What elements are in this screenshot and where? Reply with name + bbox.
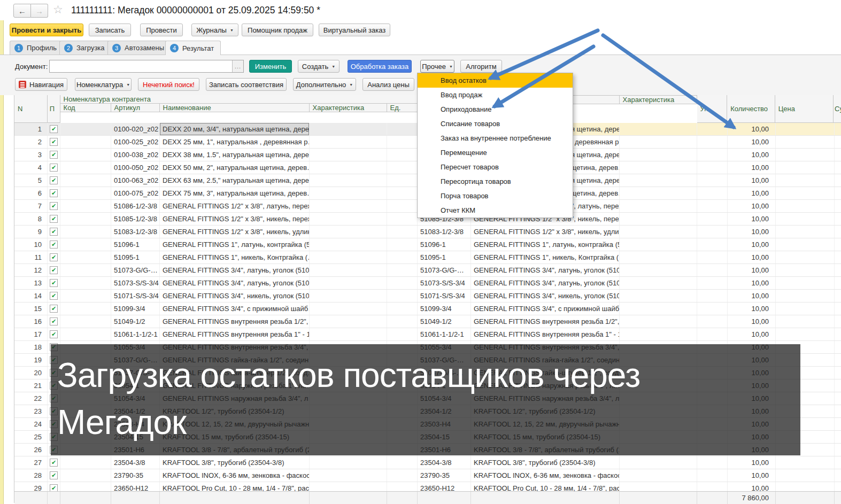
row-checkbox[interactable]: ✔: [48, 149, 60, 161]
cell-quantity[interactable]: 10,00: [728, 456, 776, 469]
cell-characteristic[interactable]: [310, 264, 387, 276]
table-row[interactable]: 11 ✔ 51095-1 GENERAL FITTINGS 1", никель…: [14, 251, 841, 264]
cell-characteristic-right[interactable]: [620, 290, 697, 302]
cell-code[interactable]: [60, 315, 111, 328]
cell-characteristic[interactable]: [310, 123, 387, 135]
cell-articul[interactable]: 51085-1/2-3/8: [111, 213, 160, 225]
cell-characteristic[interactable]: [310, 238, 387, 251]
cell-sum[interactable]: [835, 328, 841, 340]
cell-quantity[interactable]: 10,00: [728, 482, 776, 491]
cell-sum[interactable]: [835, 149, 841, 161]
cell-characteristic-right[interactable]: [620, 328, 697, 340]
cell-unit[interactable]: [387, 161, 418, 174]
cell-articul[interactable]: 51049-1/2: [111, 315, 160, 328]
cell-code[interactable]: [60, 187, 111, 199]
cell-name-right[interactable]: GENERAL FITTINGS 3/4", латунь, уголок (5…: [471, 277, 620, 289]
cell-pack[interactable]: [697, 482, 728, 491]
cell-quantity[interactable]: 10,00: [728, 264, 776, 276]
row-checkbox[interactable]: ✔: [48, 174, 60, 187]
cell-price[interactable]: [776, 303, 835, 315]
cell-name-right[interactable]: GENERAL FITTINGS внутренняя резьба 1/2",…: [471, 315, 620, 328]
cell-articul[interactable]: 0100-025_z02: [111, 136, 160, 148]
fuzzy-search-button[interactable]: Нечеткий поиск!: [138, 78, 199, 91]
cell-name[interactable]: DEXX 75 мм, 3", натуральная щетина, дере…: [160, 187, 310, 199]
cell-characteristic[interactable]: [310, 328, 387, 340]
cell-characteristic-right[interactable]: [620, 238, 697, 251]
cell-code[interactable]: [60, 251, 111, 263]
cell-characteristic-right[interactable]: [620, 226, 697, 238]
algorithm-button[interactable]: Алгоритм: [460, 60, 502, 73]
cell-articul[interactable]: 51061-1-1/2-1: [111, 328, 160, 340]
create-menu-button[interactable]: Создать ▼: [298, 60, 340, 73]
cell-price[interactable]: [776, 174, 835, 187]
cell-unit[interactable]: [387, 136, 418, 148]
cell-code-right[interactable]: 51096-1: [418, 238, 471, 251]
cell-sum[interactable]: [835, 303, 841, 315]
cell-price[interactable]: [776, 187, 835, 199]
cell-characteristic[interactable]: [310, 456, 387, 469]
table-row[interactable]: 17 ✔ 51061-1-1/2-1 GENERAL FITTINGS внут…: [14, 328, 841, 341]
cell-sum[interactable]: [835, 123, 841, 135]
cell-sum[interactable]: [835, 405, 841, 417]
cell-code-right[interactable]: 51061-1-1/2-1: [418, 328, 471, 340]
cell-name[interactable]: DEXX 38 мм, 1.5", натуральная щетина, де…: [160, 149, 310, 161]
cell-name[interactable]: GENERAL FITTINGS 1/2" x 3/8", латунь, пе…: [160, 200, 310, 212]
cell-quantity[interactable]: 10,00: [728, 469, 776, 482]
cell-sum[interactable]: [835, 315, 841, 328]
cell-sum[interactable]: [835, 226, 841, 238]
cell-unit[interactable]: [387, 328, 418, 340]
cell-characteristic-right[interactable]: [620, 469, 697, 482]
tab-autoreplace[interactable]: 3 Автозамены: [107, 41, 171, 55]
cell-code[interactable]: [60, 226, 111, 238]
cell-articul[interactable]: 23790-35: [111, 469, 160, 482]
cell-articul[interactable]: 23650-H12: [111, 482, 160, 491]
cell-name-right[interactable]: GENERAL FITTINGS 1", никель, Контргайка …: [471, 251, 620, 263]
cell-code[interactable]: [60, 469, 111, 482]
cell-code-right[interactable]: 51073-S/S-3/4: [418, 277, 471, 289]
cell-articul[interactable]: 51086-1/2-3/8: [111, 200, 160, 212]
cell-code[interactable]: [60, 123, 111, 135]
cell-pack[interactable]: [697, 251, 728, 263]
cell-quantity[interactable]: 10,00: [728, 123, 776, 135]
cell-name-right[interactable]: KRAFTOOL Pro Cut, 10 - 28 мм, 1/4 - 7/8"…: [471, 482, 620, 491]
cell-pack[interactable]: [697, 290, 728, 302]
cell-quantity[interactable]: 10,00: [728, 251, 776, 263]
menu-item[interactable]: Отчет ККМ: [418, 203, 573, 218]
column-header-n[interactable]: N: [14, 95, 48, 123]
cell-price[interactable]: [776, 238, 835, 251]
cell-sum[interactable]: [835, 341, 841, 353]
cell-unit[interactable]: [387, 174, 418, 187]
cell-characteristic-right[interactable]: [620, 200, 697, 212]
cell-pack[interactable]: [697, 264, 728, 276]
tab-profile[interactable]: 1 Профиль: [10, 41, 64, 55]
row-checkbox[interactable]: ✔: [48, 123, 60, 135]
cell-price[interactable]: [776, 149, 835, 161]
cell-sum[interactable]: [835, 431, 841, 443]
edit-button[interactable]: Изменить: [249, 60, 292, 73]
cell-pack[interactable]: [697, 213, 728, 225]
cell-code[interactable]: [60, 328, 111, 340]
row-checkbox[interactable]: ✔: [48, 213, 60, 225]
column-header-code[interactable]: Код: [60, 104, 111, 112]
cell-code[interactable]: [60, 456, 111, 469]
cell-sum[interactable]: [835, 213, 841, 225]
save-matches-button[interactable]: Записать соответствия: [206, 78, 287, 91]
column-header-characteristic2[interactable]: Характеристика: [620, 96, 697, 104]
menu-item[interactable]: Пересчет товаров: [418, 160, 573, 174]
choose-document-button[interactable]: ...: [232, 60, 243, 72]
cell-name-right[interactable]: GENERAL FITTINGS 1/2" x 3/8", никель, уд…: [471, 226, 620, 238]
cell-name[interactable]: GENERAL FITTINGS 1", латунь, контргайка …: [160, 238, 310, 251]
table-row[interactable]: 12 ✔ 51073-G/G-… GENERAL FITTINGS 3/4", …: [14, 264, 841, 277]
row-checkbox[interactable]: ✔: [48, 290, 60, 302]
cell-quantity[interactable]: 10,00: [728, 328, 776, 340]
cell-name[interactable]: GENERAL FITTINGS 1/2" x 3/8", никель, пе…: [160, 213, 310, 225]
menu-item[interactable]: Оприходование: [418, 102, 573, 117]
cell-characteristic-right[interactable]: [620, 187, 697, 199]
table-row[interactable]: 28 ✔ 23790-35 KRAFTOOL INOX, 6-36 мм, зе…: [14, 469, 841, 482]
cell-articul[interactable]: 0100-075_z02: [111, 187, 160, 199]
cell-name[interactable]: DEXX 50 мм, 2", натуральная щетина, дере…: [160, 161, 310, 174]
table-row[interactable]: 29 ✔ 23650-H12 KRAFTOOL Pro Cut, 10 - 28…: [14, 482, 841, 491]
table-row[interactable]: 10 ✔ 51096-1 GENERAL FITTINGS 1", латунь…: [14, 238, 841, 251]
cell-name[interactable]: DEXX 63 мм, 2.5," натуральная щетина, де…: [160, 174, 310, 187]
cell-articul[interactable]: 51073-G/G-…: [111, 264, 160, 276]
